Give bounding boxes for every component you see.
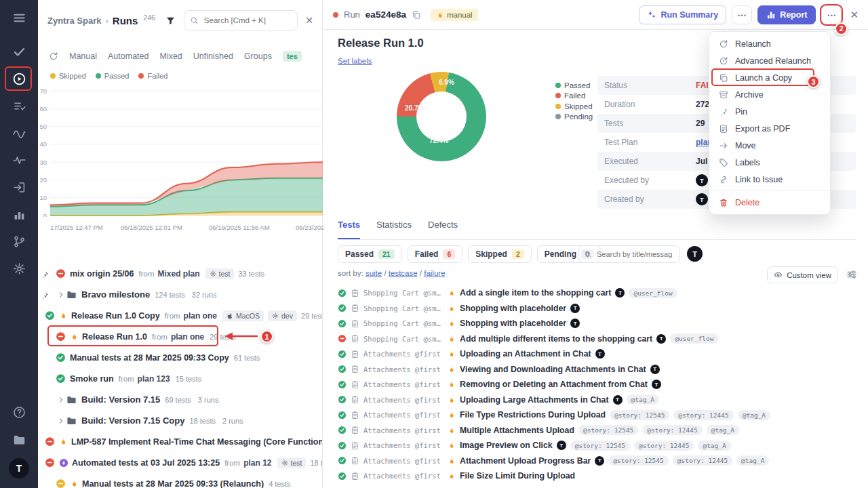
assignee-avatar[interactable]: T bbox=[595, 456, 604, 466]
menu-item-pin[interactable]: Pin bbox=[709, 103, 830, 120]
tests-search-input[interactable] bbox=[595, 249, 675, 259]
test-tag: @story: 12445 bbox=[673, 455, 732, 466]
test-row[interactable]: Attachments @firstFile Type Restrictions… bbox=[338, 407, 868, 423]
user-avatar[interactable]: T bbox=[9, 458, 29, 479]
assignee-avatar[interactable]: T bbox=[656, 334, 666, 344]
run-list-item[interactable]: Manual tests at 28 Mar 2025 09:33 Copy61… bbox=[38, 347, 322, 368]
run-list-item[interactable]: Manual tests at 28 Mar 2025 09:33 (Relau… bbox=[38, 473, 322, 488]
projects-button[interactable] bbox=[5, 426, 33, 453]
assignee-avatar[interactable]: T bbox=[570, 304, 580, 313]
run-list-item[interactable]: Bravo milestone124 tests32 runs bbox=[38, 284, 322, 305]
runs-tab-mixed[interactable]: Mixed bbox=[159, 52, 182, 61]
sidebar-item-runs[interactable] bbox=[5, 65, 33, 92]
report-button[interactable]: Report bbox=[757, 5, 816, 24]
runs-tab-unfinished[interactable]: Unfinished bbox=[193, 52, 233, 61]
assignee-avatar[interactable]: T bbox=[687, 246, 703, 262]
menu-button[interactable] bbox=[5, 5, 33, 30]
sidebar-item-settings[interactable] bbox=[5, 255, 33, 282]
runs-tab-chip[interactable]: tes bbox=[283, 51, 302, 62]
run-list-item[interactable]: LMP-587 Implement Real-Time Chat Messagi… bbox=[38, 431, 322, 452]
run-runs-count: 32 runs bbox=[192, 291, 217, 299]
test-row[interactable]: Shopping Cart @sm…Shopping with placehol… bbox=[338, 316, 868, 331]
runs-tab-automated[interactable]: Automated bbox=[108, 52, 149, 61]
passed-status-icon bbox=[338, 350, 347, 359]
test-row[interactable]: Attachments @firstViewing and Downloadin… bbox=[338, 362, 868, 378]
sidebar-item-testcases[interactable] bbox=[5, 92, 33, 119]
test-row[interactable]: Attachments @firstAttachment Upload Prog… bbox=[338, 453, 868, 469]
sidebar-item-reports[interactable] bbox=[5, 201, 33, 228]
assignee-avatar[interactable]: T bbox=[613, 395, 623, 405]
test-row[interactable]: Attachments @firstUploading an Attachmen… bbox=[338, 346, 868, 362]
menu-item-launch-a-copy[interactable]: Launch a Copy bbox=[709, 69, 830, 86]
assignee-avatar[interactable]: T bbox=[650, 365, 660, 374]
run-plan-link[interactable]: plan one bbox=[184, 311, 217, 321]
custom-view-button[interactable]: Custom view bbox=[767, 266, 838, 283]
legend-label: Skipped bbox=[59, 72, 86, 80]
run-plan-link[interactable]: Mixed plan bbox=[157, 269, 199, 279]
filter-passed[interactable]: Passed21 bbox=[338, 245, 402, 263]
filter-failed[interactable]: Failed6 bbox=[408, 245, 463, 263]
tab-tests[interactable]: Tests bbox=[338, 220, 360, 239]
run-list-item[interactable]: mix origin 25/06fromMixed plantest33 tes… bbox=[38, 263, 322, 284]
runs-panel-close-button[interactable]: ✕ bbox=[302, 13, 317, 28]
run-summary-button[interactable]: Run Summary bbox=[639, 5, 726, 24]
filter-button[interactable] bbox=[162, 12, 180, 29]
more-actions-button[interactable]: ⋯ bbox=[732, 5, 752, 24]
run-list-item[interactable]: Automated tests at 03 Jul 2025 13:25from… bbox=[38, 452, 322, 473]
run-list-item[interactable]: Release Run 1.0fromplan one29 tests bbox=[38, 326, 322, 347]
help-button[interactable] bbox=[5, 399, 33, 426]
menu-item-labels[interactable]: Labels bbox=[709, 154, 830, 171]
assignee-avatar[interactable]: T bbox=[570, 319, 580, 328]
test-row[interactable]: Shopping Cart @sm…Add a single item to t… bbox=[338, 285, 868, 301]
menu-item-move[interactable]: Move bbox=[709, 137, 830, 154]
assignee-avatar[interactable]: T bbox=[652, 380, 661, 389]
assignee-avatar[interactable]: T bbox=[595, 349, 605, 359]
filter-skipped[interactable]: Skipped2 bbox=[468, 245, 532, 263]
copy-run-id-icon[interactable] bbox=[412, 10, 421, 20]
menu-item-export-as-pdf[interactable]: Export as PDF bbox=[709, 120, 830, 137]
runs-tab-manual[interactable]: Manual bbox=[69, 52, 97, 61]
run-plan-link[interactable]: plan one bbox=[171, 332, 204, 342]
test-row[interactable]: Attachments @firstImage Preview on Click… bbox=[338, 438, 868, 453]
run-title: Release Run 1.0 bbox=[338, 37, 424, 49]
run-list-item[interactable]: Build: Version 7.1569 tests3 runs bbox=[38, 389, 322, 410]
runs-search-input[interactable] bbox=[203, 16, 292, 25]
run-list-item[interactable]: Smoke runfromplan 12315 tests bbox=[38, 368, 322, 389]
test-row[interactable]: Shopping Cart @sm…Add multiple different… bbox=[338, 331, 868, 347]
test-row[interactable]: Attachments @firstUploading Large Attach… bbox=[338, 392, 868, 408]
run-list-item[interactable]: Release Run 1.0 Copyfromplan oneMacOSdev… bbox=[38, 305, 322, 326]
close-run-button[interactable]: ✕ bbox=[850, 9, 859, 21]
menu-item-advanced-relaunch[interactable]: Advanced Relaunch bbox=[709, 52, 830, 69]
sidebar-item-tasks[interactable] bbox=[5, 38, 33, 65]
breadcrumb-project[interactable]: Zyntra Spark bbox=[47, 16, 101, 26]
sidebar-item-pulse[interactable] bbox=[5, 146, 33, 174]
run-title: Release Run 1.0 Copy bbox=[71, 311, 160, 321]
test-row[interactable]: Attachments @firstFile Size Limit During… bbox=[338, 468, 868, 484]
menu-item-delete[interactable]: Delete bbox=[709, 194, 830, 211]
run-menu-button[interactable]: ⋯ 2 bbox=[821, 5, 842, 24]
run-plan-link[interactable]: plan 123 bbox=[138, 374, 170, 384]
sort-by-failure[interactable]: failure bbox=[424, 269, 445, 277]
sort-by-suite[interactable]: suite bbox=[366, 269, 382, 277]
tab-defects[interactable]: Defects bbox=[428, 220, 458, 239]
run-plan-link[interactable]: plan 12 bbox=[243, 458, 271, 468]
test-row[interactable]: Attachments @firstRemoving or Deleting a… bbox=[338, 377, 868, 392]
assignee-avatar[interactable]: T bbox=[557, 441, 566, 450]
run-list-item[interactable]: Build: Version 7.15 Copy18 tests2 runs bbox=[38, 410, 322, 431]
svg-text:30: 30 bbox=[39, 159, 47, 166]
test-row[interactable]: Shopping Cart @sm…Shopping with placehol… bbox=[338, 301, 868, 317]
set-labels-link[interactable]: Set labels bbox=[338, 57, 372, 65]
sort-by-testcase[interactable]: testcase bbox=[389, 269, 418, 277]
test-title: Viewing and Downloading Attachments in C… bbox=[460, 365, 646, 374]
test-row[interactable]: Attachments @firstMultiple Attachments U… bbox=[338, 423, 868, 439]
assignee-avatar[interactable]: T bbox=[615, 288, 625, 298]
menu-item-archive[interactable]: Archive bbox=[709, 86, 830, 103]
menu-item-relaunch[interactable]: Relaunch bbox=[709, 35, 830, 52]
tab-statistics[interactable]: Statistics bbox=[376, 220, 412, 239]
menu-item-link-to-issue[interactable]: Link to Issue bbox=[709, 171, 830, 188]
runs-tab-groups[interactable]: Groups bbox=[244, 52, 272, 61]
sidebar-item-import[interactable] bbox=[5, 174, 33, 201]
sidebar-item-analytics[interactable] bbox=[5, 119, 33, 146]
sidebar-item-branches[interactable] bbox=[5, 228, 33, 255]
view-options-icon[interactable] bbox=[846, 269, 857, 280]
